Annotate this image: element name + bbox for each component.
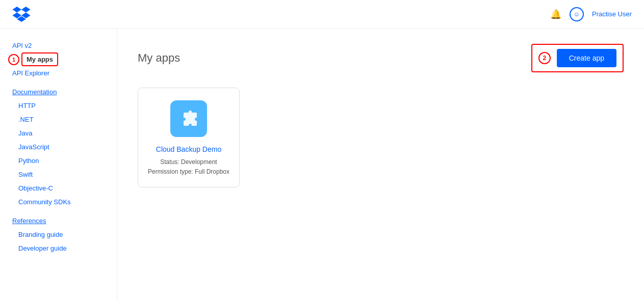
sidebar: API v2 1 My apps API Explorer Documentat…: [0, 29, 117, 300]
sidebar-item-my-apps[interactable]: My apps: [21, 52, 58, 66]
app-icon-box: [170, 100, 207, 137]
sidebar-item-community-sdks[interactable]: Community SDKs: [0, 195, 117, 209]
sidebar-item-references[interactable]: References: [0, 209, 117, 228]
main-header: My apps 2 Create app: [138, 44, 624, 72]
sidebar-item-api-v2[interactable]: API v2: [0, 39, 117, 52]
sidebar-item-javascript[interactable]: JavaScript: [0, 140, 117, 154]
sidebar-item-http[interactable]: HTTP: [0, 99, 117, 113]
apps-grid: Cloud Backup Demo Status: Development Pe…: [138, 88, 624, 187]
puzzle-icon: [177, 107, 200, 130]
sidebar-item-documentation[interactable]: Documentation: [0, 80, 117, 99]
status-value: Development: [181, 158, 217, 166]
main-content: My apps 2 Create app Cloud Backup Demo: [117, 29, 644, 300]
sidebar-item-dotnet[interactable]: .NET: [0, 113, 117, 126]
my-apps-badge-row: 1 My apps: [8, 52, 109, 66]
sidebar-item-api-explorer[interactable]: API Explorer: [0, 66, 117, 80]
app-name: Cloud Backup Demo: [156, 145, 221, 153]
status-label: Status:: [160, 158, 179, 166]
dropbox-logo-icon: [12, 7, 31, 22]
permission-value: Full Dropbox: [195, 168, 229, 175]
sidebar-item-swift[interactable]: Swift: [0, 168, 117, 181]
app-card[interactable]: Cloud Backup Demo Status: Development Pe…: [138, 88, 240, 187]
page-title: My apps: [138, 51, 180, 65]
logo-area: [12, 7, 31, 22]
app-status: Status: Development Permission type: Ful…: [148, 157, 229, 177]
sidebar-item-developer-guide[interactable]: Developer guide: [0, 241, 117, 255]
avatar-icon: ☺: [574, 11, 580, 18]
user-name[interactable]: Practise User: [592, 10, 632, 18]
header: 🔔 ☺ Practise User: [0, 0, 644, 29]
header-right: 🔔 ☺ Practise User: [550, 7, 632, 21]
create-app-button[interactable]: Create app: [557, 49, 616, 67]
avatar[interactable]: ☺: [570, 7, 584, 21]
sidebar-item-python[interactable]: Python: [0, 154, 117, 168]
layout: API v2 1 My apps API Explorer Documentat…: [0, 29, 644, 300]
sidebar-item-branding-guide[interactable]: Branding guide: [0, 228, 117, 241]
sidebar-item-objective-c[interactable]: Objective-C: [0, 181, 117, 195]
step2-badge: 2: [538, 52, 551, 64]
sidebar-item-java[interactable]: Java: [0, 126, 117, 140]
step1-badge: 1: [8, 54, 19, 65]
create-app-area: 2 Create app: [531, 44, 624, 72]
permission-label: Permission type:: [148, 168, 193, 175]
notification-bell-icon[interactable]: 🔔: [550, 9, 561, 20]
